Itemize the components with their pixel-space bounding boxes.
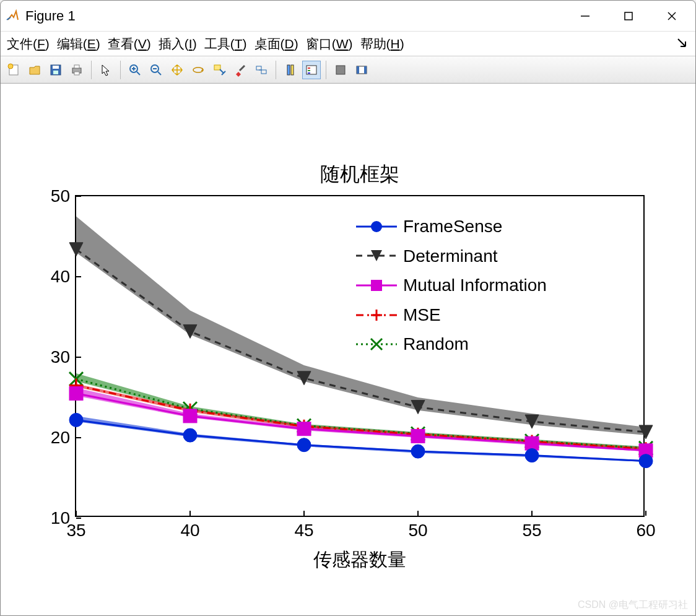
figure-toolbar xyxy=(1,56,695,84)
pointer-button[interactable] xyxy=(97,61,115,79)
pan-button[interactable] xyxy=(168,61,186,79)
legend-entry[interactable]: Random xyxy=(355,329,547,359)
svg-point-5 xyxy=(8,64,13,69)
minimize-button[interactable] xyxy=(573,7,598,25)
svg-point-70 xyxy=(525,449,539,462)
window-title: Figure 1 xyxy=(25,8,573,24)
new-figure-button[interactable] xyxy=(4,61,23,79)
svg-rect-1 xyxy=(625,12,632,20)
menu-bar: 文件(F) 编辑(E) 查看(V) 插入(I) 工具(T) 桌面(D) 窗口(W… xyxy=(1,32,695,56)
legend-label: FrameSense xyxy=(403,212,502,241)
legend-entry[interactable]: Mutual Information xyxy=(355,271,547,300)
svg-rect-64 xyxy=(525,436,539,450)
x-tick-label: 50 xyxy=(408,516,427,540)
svg-rect-60 xyxy=(69,387,83,401)
svg-point-19 xyxy=(193,67,203,72)
menu-window[interactable]: 窗口(W) xyxy=(306,35,353,53)
y-tick-label: 40 xyxy=(51,267,76,287)
x-tick-label: 55 xyxy=(522,516,541,540)
svg-rect-32 xyxy=(336,66,345,74)
close-button[interactable] xyxy=(659,7,684,25)
svg-line-21 xyxy=(220,69,224,73)
svg-point-69 xyxy=(411,445,425,458)
axes[interactable]: 随机框架 标准化 MSE [dB] 传感器数量 FrameSenseDeterm… xyxy=(75,195,645,517)
svg-rect-62 xyxy=(297,422,311,436)
svg-rect-26 xyxy=(287,65,290,75)
x-tick-label: 40 xyxy=(180,516,199,540)
menu-tools[interactable]: 工具(T) xyxy=(204,35,247,53)
link-button[interactable] xyxy=(252,61,271,79)
svg-rect-20 xyxy=(214,65,220,70)
brush-button[interactable] xyxy=(231,61,250,79)
y-tick-label: 50 xyxy=(51,186,76,206)
svg-rect-25 xyxy=(261,70,266,74)
legend-button[interactable] xyxy=(302,61,321,79)
legend-box[interactable]: FrameSenseDeterminantMutual InformationM… xyxy=(355,212,547,359)
svg-point-68 xyxy=(297,438,311,452)
legend-label: Mutual Information xyxy=(403,271,547,300)
menu-view[interactable]: 查看(V) xyxy=(108,35,151,53)
svg-rect-7 xyxy=(53,66,59,69)
chart-title: 随机框架 xyxy=(320,161,399,188)
svg-line-17 xyxy=(158,72,161,75)
colorbar-button[interactable] xyxy=(281,61,300,79)
svg-point-71 xyxy=(639,454,653,468)
svg-point-67 xyxy=(183,428,197,442)
x-axis-label: 传感器数量 xyxy=(313,547,406,573)
zoom-out-button[interactable] xyxy=(147,61,165,79)
data-cursor-button[interactable] xyxy=(210,61,228,79)
legend-label: MSE xyxy=(403,300,441,330)
matlab-icon xyxy=(6,9,20,24)
svg-point-73 xyxy=(371,221,382,232)
watermark-text: CSDN @电气工程研习社 xyxy=(578,599,688,612)
svg-rect-76 xyxy=(371,280,382,291)
svg-rect-35 xyxy=(364,66,367,74)
svg-line-13 xyxy=(137,72,140,75)
svg-rect-24 xyxy=(256,66,261,70)
legend-entry[interactable]: Determinant xyxy=(355,241,547,271)
x-tick-label: 60 xyxy=(636,516,655,540)
legend-entry[interactable]: MSE xyxy=(355,300,547,330)
open-button[interactable] xyxy=(25,61,44,79)
menu-insert[interactable]: 插入(I) xyxy=(159,35,197,53)
legend-label: Random xyxy=(403,329,469,359)
legend-label: Determinant xyxy=(403,241,498,271)
axes-box: FrameSenseDeterminantMutual InformationM… xyxy=(75,195,645,517)
x-tick-label: 45 xyxy=(294,516,313,540)
menu-help[interactable]: 帮助(H) xyxy=(360,35,404,53)
print-button[interactable] xyxy=(67,61,86,79)
svg-line-23 xyxy=(240,66,245,71)
svg-rect-27 xyxy=(291,65,294,75)
rotate3d-button[interactable] xyxy=(189,61,207,79)
figure-window: Figure 1 文件(F) 编辑(E) 查看(V) 插入(I) 工具(T) 桌… xyxy=(0,0,696,616)
menu-file[interactable]: 文件(F) xyxy=(7,35,50,53)
dock-arrow-icon[interactable] xyxy=(677,38,688,51)
hide-plot-tools-button[interactable] xyxy=(331,61,350,79)
window-controls xyxy=(573,7,684,25)
legend-entry[interactable]: FrameSense xyxy=(355,212,547,241)
y-tick-label: 20 xyxy=(51,428,76,448)
svg-rect-61 xyxy=(183,409,197,423)
svg-rect-63 xyxy=(411,429,425,443)
svg-rect-34 xyxy=(357,66,359,74)
svg-rect-8 xyxy=(53,71,58,74)
svg-rect-11 xyxy=(74,72,79,75)
maximize-button[interactable] xyxy=(616,7,641,25)
menu-desktop[interactable]: 桌面(D) xyxy=(254,35,298,53)
svg-rect-10 xyxy=(74,65,79,68)
zoom-in-button[interactable] xyxy=(126,61,144,79)
figure-canvas[interactable]: 随机框架 标准化 MSE [dB] 传感器数量 FrameSenseDeterm… xyxy=(1,84,695,615)
svg-point-66 xyxy=(69,413,83,427)
y-tick-label: 30 xyxy=(51,347,76,367)
x-tick-label: 35 xyxy=(66,516,85,540)
save-button[interactable] xyxy=(46,61,65,79)
menu-edit[interactable]: 编辑(E) xyxy=(57,35,100,53)
title-bar: Figure 1 xyxy=(1,1,695,32)
show-plot-tools-button[interactable] xyxy=(352,61,371,79)
